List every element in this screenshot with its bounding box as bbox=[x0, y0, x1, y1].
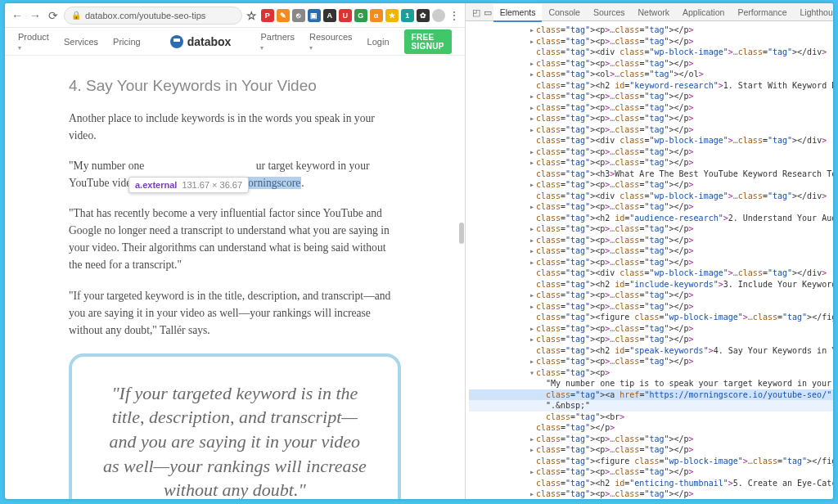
dom-node-line[interactable]: ▸class="tag"><p>…class="tag"></p> bbox=[469, 146, 833, 158]
dom-node-line[interactable]: ▸class="tag"><ol>…class="tag"></ol> bbox=[469, 69, 833, 80]
nav-product[interactable]: Product bbox=[18, 32, 49, 52]
devtools-tab-console[interactable]: Console bbox=[542, 4, 587, 20]
dom-node-line[interactable]: class="tag"></p> bbox=[469, 422, 833, 434]
back-button[interactable]: ← bbox=[10, 8, 25, 23]
dom-node-line[interactable]: class="tag"><a href="https://morningscor… bbox=[469, 389, 833, 401]
dom-node-line[interactable]: ▸class="tag"><p>…class="tag"></p> bbox=[469, 257, 833, 268]
dom-node-line[interactable]: ▸class="tag"><p>…class="tag"></p> bbox=[469, 323, 833, 335]
extension-icon[interactable]: ▣ bbox=[308, 9, 321, 22]
dom-node-line[interactable]: ▸class="tag"><p>…class="tag"></p> bbox=[469, 102, 833, 114]
extension-icon[interactable]: A bbox=[323, 9, 336, 22]
dom-node-line[interactable]: ▸class="tag"><p>…class="tag"></p> bbox=[469, 91, 833, 102]
dom-node-line[interactable]: class="tag"><div class="wp-block-image">… bbox=[469, 268, 833, 279]
pull-quote-card: "If your targeted keyword is in the titl… bbox=[69, 353, 401, 499]
dom-node-line[interactable]: class="tag"><h2 id="audience-research">2… bbox=[469, 213, 833, 224]
dom-node-line[interactable]: class="tag"><div class="wp-block-image">… bbox=[469, 135, 833, 146]
text-fragment: "My number one bbox=[69, 160, 147, 172]
dom-node-line[interactable]: ▸class="tag"><p>…class="tag"></p> bbox=[469, 444, 833, 456]
extensions-row: ☆ P ✎ ⎋ ▣ A U G α ★ 1 ✿ bbox=[246, 9, 445, 22]
paragraph: "That has recently become a very influen… bbox=[69, 205, 401, 273]
dom-node-line[interactable]: class="tag"><h3>What Are The Best YouTub… bbox=[469, 169, 833, 180]
section-heading: 4. Say Your Keywords in Your Video bbox=[69, 77, 401, 95]
dom-node-line[interactable]: ▸class="tag"><p>…class="tag"></p> bbox=[469, 113, 833, 124]
dom-node-line[interactable]: class="tag"><h2 id="include-keywords">3.… bbox=[469, 279, 833, 290]
dom-node-line[interactable]: ▸class="tag"><p>…class="tag"></p> bbox=[469, 124, 833, 136]
chrome-menu-button[interactable]: ⋮ bbox=[448, 9, 460, 22]
nav-resources[interactable]: Resources bbox=[309, 32, 353, 52]
extension-icon[interactable]: ★ bbox=[385, 9, 399, 22]
dom-node-line[interactable]: ▾class="tag"><p> bbox=[469, 367, 833, 379]
dom-node-line[interactable]: ▸class="tag"><p>…class="tag"></p> bbox=[469, 301, 833, 313]
extension-icon[interactable]: ✎ bbox=[277, 9, 290, 22]
dom-node-line[interactable]: ▸class="tag"><p>…class="tag"></p> bbox=[469, 157, 833, 169]
bookmark-star-icon[interactable]: ☆ bbox=[246, 9, 259, 22]
tooltip-dimensions: 131.67 × 36.67 bbox=[182, 180, 242, 190]
devtools-tabs: ◰ ▭ ElementsConsoleSourcesNetworkApplica… bbox=[466, 3, 833, 21]
dom-node-line[interactable]: ▸class="tag"><p>…class="tag"></p> bbox=[469, 356, 833, 367]
nav-login[interactable]: Login bbox=[367, 37, 390, 47]
dom-node-line[interactable]: ▸class="tag"><p>…class="tag"></p> bbox=[469, 201, 833, 213]
article-body: 4. Say Your Keywords in Your Video Anoth… bbox=[5, 56, 465, 499]
devtools-tab-network[interactable]: Network bbox=[631, 4, 676, 20]
extension-icon[interactable]: ✿ bbox=[417, 9, 430, 22]
dom-node-line[interactable]: ▸class="tag"><p>…class="tag"></p> bbox=[469, 334, 833, 345]
dom-node-line[interactable]: class="tag"><h2 id="speak-keywords">4. S… bbox=[469, 345, 833, 357]
devtools-body: ▸class="tag"><p>…class="tag"></p> ▸class… bbox=[466, 21, 833, 499]
nav-services[interactable]: Services bbox=[64, 37, 98, 47]
site-logo[interactable]: databox bbox=[170, 35, 232, 48]
devtools-tab-performance[interactable]: Performance bbox=[731, 4, 793, 20]
dom-node-line[interactable]: ▸class="tag"><p>…class="tag"></p> bbox=[469, 25, 833, 36]
signup-button[interactable]: FREE SIGNUP bbox=[404, 29, 452, 54]
logo-icon bbox=[170, 35, 183, 48]
extension-icon[interactable]: α bbox=[370, 9, 383, 22]
dom-node-line[interactable]: ▸class="tag"><p>…class="tag"></p> bbox=[469, 179, 833, 191]
devtools-tab-application[interactable]: Application bbox=[676, 4, 731, 20]
pull-quote-text: "If your targeted keyword is in the titl… bbox=[101, 381, 368, 499]
dom-node-line[interactable]: ▸class="tag"><p>…class="tag"></p> bbox=[469, 235, 833, 246]
devtools-tab-elements[interactable]: Elements bbox=[493, 4, 543, 22]
device-toggle-icon[interactable]: ▭ bbox=[482, 7, 493, 17]
dom-node-line[interactable]: ▸class="tag"><p>…class="tag"></p> bbox=[469, 36, 833, 47]
dom-node-line[interactable]: class="tag"><div class="wp-block-image">… bbox=[469, 191, 833, 202]
dom-node-line[interactable]: ▸class="tag"><p>…class="tag"></p> bbox=[469, 58, 833, 70]
address-bar[interactable]: 🔒 databox.com/youtube-seo-tips bbox=[64, 7, 242, 25]
dom-node-line[interactable]: ▸class="tag"><p>…class="tag"></p> bbox=[469, 223, 833, 235]
lock-icon: 🔒 bbox=[71, 11, 81, 20]
devtools-panel: ◰ ▭ ElementsConsoleSourcesNetworkApplica… bbox=[466, 3, 833, 499]
page-viewport: ← → ⟳ 🔒 databox.com/youtube-seo-tips ☆ P… bbox=[5, 3, 466, 499]
devtools-tab-lighthouse[interactable]: Lighthouse bbox=[793, 4, 833, 20]
extension-icon[interactable]: G bbox=[354, 9, 367, 22]
dom-node-line[interactable]: class="tag"><h2 id="enticing-thumbnail">… bbox=[469, 478, 833, 489]
scrollbar-thumb[interactable] bbox=[459, 223, 464, 244]
profile-avatar-icon[interactable] bbox=[432, 9, 445, 22]
dom-node-line[interactable]: class="tag"><h2 id="keyword-research">1.… bbox=[469, 80, 833, 92]
nav-partners[interactable]: Partners bbox=[260, 32, 295, 52]
dom-node-line[interactable]: ▸class="tag"><p>…class="tag"></p> bbox=[469, 488, 833, 499]
dom-node-line[interactable]: "My number one tip is to speak your targ… bbox=[469, 378, 833, 389]
text-fragment: . bbox=[301, 177, 304, 189]
extension-icon[interactable]: 1 bbox=[401, 9, 414, 22]
dom-node-line[interactable]: class="tag"><figure class="wp-block-imag… bbox=[469, 456, 833, 467]
dom-tree[interactable]: ▸class="tag"><p>…class="tag"></p> ▸class… bbox=[466, 21, 833, 499]
reload-button[interactable]: ⟳ bbox=[46, 8, 61, 23]
dom-node-line[interactable]: ".&nbsp;" bbox=[469, 400, 833, 412]
extension-icon[interactable]: U bbox=[339, 9, 352, 22]
dom-node-line[interactable]: class="tag"><div class="wp-block-image">… bbox=[469, 47, 833, 58]
dom-node-line[interactable]: ▸class="tag"><p>…class="tag"></p> bbox=[469, 434, 833, 445]
dom-node-line[interactable]: class="tag"><br> bbox=[469, 412, 833, 423]
extension-icon[interactable]: P bbox=[261, 9, 274, 22]
element-picker-icon[interactable]: ◰ bbox=[471, 7, 482, 17]
nav-pricing[interactable]: Pricing bbox=[113, 37, 141, 47]
logo-text: databox bbox=[187, 35, 232, 48]
dom-node-line[interactable]: class="tag"><figure class="wp-block-imag… bbox=[469, 312, 833, 323]
extension-icon[interactable]: ⎋ bbox=[292, 9, 305, 22]
paragraph: Another place to include keywords is in … bbox=[69, 110, 401, 144]
paragraph: "If your targeted keyword is in the titl… bbox=[69, 287, 401, 339]
browser-window: ← → ⟳ 🔒 databox.com/youtube-seo-tips ☆ P… bbox=[5, 3, 833, 499]
dom-node-line[interactable]: ▸class="tag"><p>…class="tag"></p> bbox=[469, 245, 833, 257]
dom-node-line[interactable]: ▸class="tag"><p>…class="tag"></p> bbox=[469, 466, 833, 478]
devtools-tab-sources[interactable]: Sources bbox=[587, 4, 632, 20]
dom-node-line[interactable]: ▸class="tag"><p>…class="tag"></p> bbox=[469, 290, 833, 301]
url-text: databox.com/youtube-seo-tips bbox=[85, 11, 205, 20]
forward-button[interactable]: → bbox=[28, 8, 43, 23]
